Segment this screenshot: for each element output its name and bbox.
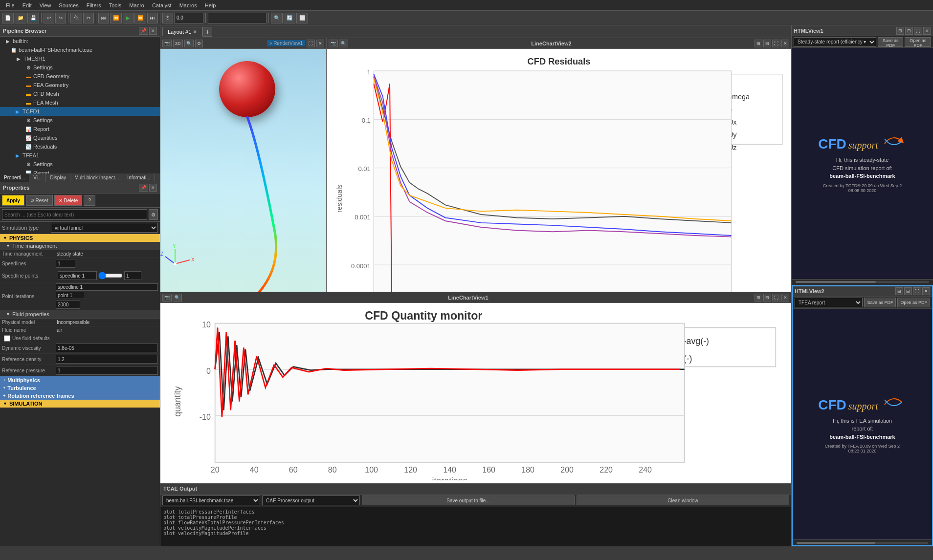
hv2-close-btn[interactable]: ✕	[922, 287, 930, 295]
tab-vi[interactable]: Vi...	[29, 173, 46, 182]
time-field[interactable]	[174, 13, 203, 23]
new-btn[interactable]: 📄	[2, 13, 14, 23]
menu-macro[interactable]: Macro	[125, 2, 148, 8]
render-content[interactable]: X Y Z	[160, 49, 326, 292]
tab-multiblock[interactable]: Multi-block Inspect...	[70, 173, 123, 182]
tree-item-10[interactable]: 📈 Quantities	[0, 133, 160, 142]
hv2-grid-btn[interactable]: ⊞	[895, 287, 903, 295]
output-file-select[interactable]: beam-ball-FSI-benchmark.tcae	[162, 495, 260, 505]
hv1-open-pdf-btn[interactable]: Open as PDF	[905, 37, 931, 47]
sim-type-select[interactable]: virtualTunnel	[51, 223, 158, 233]
rv-2d-btn[interactable]: 2D	[173, 40, 183, 47]
tree-item-5[interactable]: ▬ CFD Mesh	[0, 89, 160, 98]
rewind-btn[interactable]: ⏮	[98, 13, 109, 23]
fluid-props-subsection[interactable]: ▼ Fluid properties	[0, 310, 160, 319]
connect-btn[interactable]: 🔌	[70, 13, 82, 23]
res-grid-btn[interactable]: ⊞	[755, 40, 762, 47]
props-search-input[interactable]	[2, 209, 147, 220]
add-layout-btn[interactable]: +	[202, 27, 212, 37]
speedline-name-input[interactable]	[58, 271, 97, 280]
zoom-btn[interactable]: 🔍	[271, 13, 283, 23]
rv-settings-btn[interactable]: ⚙	[195, 40, 203, 47]
qty-close-btn[interactable]: ✕	[781, 294, 789, 302]
hv2-scrollbar[interactable]	[793, 539, 932, 545]
rv-zoom-btn[interactable]: 🔍	[184, 40, 194, 47]
rv-close-btn[interactable]: ✕	[316, 40, 324, 47]
pipeline-close-btn[interactable]: ✕	[149, 27, 157, 35]
hv1-split-btn[interactable]: ⊟	[905, 27, 913, 35]
menu-file[interactable]: File	[2, 2, 19, 8]
tab-info[interactable]: Informati...	[123, 173, 155, 182]
speedline-num-input[interactable]	[124, 271, 141, 280]
menu-catalyst[interactable]: Catalyst	[148, 2, 176, 8]
search-filter-btn[interactable]: ⚙	[149, 209, 158, 220]
tree-item-11[interactable]: 📉 Residuals	[0, 142, 160, 151]
output-processor-select[interactable]: CAE Processor output	[262, 495, 360, 505]
residuals-cam-btn[interactable]: 📷	[329, 40, 338, 47]
hv2-save-pdf-btn[interactable]: Save as PDF	[864, 298, 896, 307]
speedline-slider[interactable]	[98, 272, 123, 280]
tree-item-0[interactable]: 📋 beam-ball-FSI-benchmark.tcae	[0, 45, 160, 54]
simulation-section[interactable]: ▼ SIMULATION	[0, 400, 160, 408]
hv2-open-pdf-btn[interactable]: Open as PDF	[897, 298, 930, 307]
time-mgmt-subsection[interactable]: ▼ Time management	[0, 242, 160, 250]
qty-expand-btn[interactable]: ⛶	[772, 294, 780, 302]
qty-split-btn[interactable]: ⊟	[763, 294, 771, 302]
menu-macros[interactable]: Macros	[176, 2, 201, 8]
tree-item-3[interactable]: ▬ CFD Geometry	[0, 72, 160, 81]
rotate-btn[interactable]: 🔄	[284, 13, 295, 23]
next-btn[interactable]: ⏩	[134, 13, 146, 23]
time-btn[interactable]: ⏱	[162, 13, 173, 23]
menu-help[interactable]: Help	[201, 2, 220, 8]
physics-section[interactable]: ▼ PHYSICS	[0, 234, 160, 242]
dynamic-viscosity-input[interactable]	[56, 344, 158, 352]
speedlines-input[interactable]	[56, 259, 75, 268]
rv-expand-btn[interactable]: ⛶	[307, 40, 315, 47]
ref-density-input[interactable]	[56, 355, 158, 364]
menu-view[interactable]: View	[36, 2, 55, 8]
tree-item-4[interactable]: ▬ FEA Geometry	[0, 81, 160, 89]
pipeline-pin-btn[interactable]: 📌	[139, 27, 148, 35]
play-btn[interactable]: ▶	[123, 13, 133, 23]
redo-btn[interactable]: ↪	[55, 13, 66, 23]
tree-item-1[interactable]: ▶ TMESH1	[0, 54, 160, 63]
props-pin-btn[interactable]: 📌	[139, 184, 148, 192]
hv1-grid-btn[interactable]: ⊞	[896, 27, 904, 35]
qty-cam-btn[interactable]: 📷	[162, 294, 172, 302]
hv2-report-select[interactable]: TFEA report	[795, 298, 863, 307]
use-fluid-defaults-check[interactable]	[4, 335, 10, 342]
qty-grid-btn[interactable]: ⊞	[755, 294, 762, 302]
hv2-split-btn[interactable]: ⊟	[904, 287, 912, 295]
tree-item-14[interactable]: 📊 Report	[0, 169, 160, 173]
undo-btn[interactable]: ↩	[44, 13, 54, 23]
menu-sources[interactable]: Sources	[55, 2, 82, 8]
res-split-btn[interactable]: ⊟	[763, 40, 771, 47]
menu-tools[interactable]: Tools	[105, 2, 126, 8]
hv1-scrollbar[interactable]	[792, 279, 933, 285]
tree-item-12[interactable]: ▶ TFEA1	[0, 151, 160, 160]
tree-builtin[interactable]: ▶ builtin:	[0, 37, 160, 45]
point-iter-value[interactable]	[56, 300, 80, 309]
help-button[interactable]: ?	[84, 195, 95, 206]
open-btn[interactable]: 📁	[15, 13, 26, 23]
tree-item-9[interactable]: 📊 Report	[0, 125, 160, 133]
point-iter-speedline[interactable]	[56, 283, 158, 291]
multiphysics-section[interactable]: + Multiphysics	[0, 376, 160, 384]
save-btn[interactable]: 💾	[27, 13, 39, 23]
ref-pressure-input[interactable]	[56, 366, 158, 375]
tab-display[interactable]: Display	[46, 173, 70, 182]
menu-filters[interactable]: Filters	[83, 2, 105, 8]
representation-field[interactable]: Representation	[208, 13, 267, 23]
hv1-save-pdf-btn[interactable]: Save as PDF	[878, 37, 903, 47]
layout-tab-1-close[interactable]: ✕	[193, 29, 197, 34]
forward-btn[interactable]: ⏭	[147, 13, 158, 23]
tree-item-6[interactable]: ▬ FEA Mesh	[0, 98, 160, 107]
hv2-expand-btn[interactable]: ⛶	[913, 287, 921, 295]
save-output-btn[interactable]: Save output to file...	[362, 495, 575, 505]
reset-button[interactable]: ↺ Reset	[26, 195, 53, 206]
apply-button[interactable]: Apply	[2, 195, 24, 206]
rv-camera-btn[interactable]: 📷	[162, 40, 172, 47]
rotation-section[interactable]: + Rotation reference frames	[0, 392, 160, 400]
hv1-expand-btn[interactable]: ⛶	[914, 27, 922, 35]
turbulence-section[interactable]: + Turbulence	[0, 384, 160, 392]
